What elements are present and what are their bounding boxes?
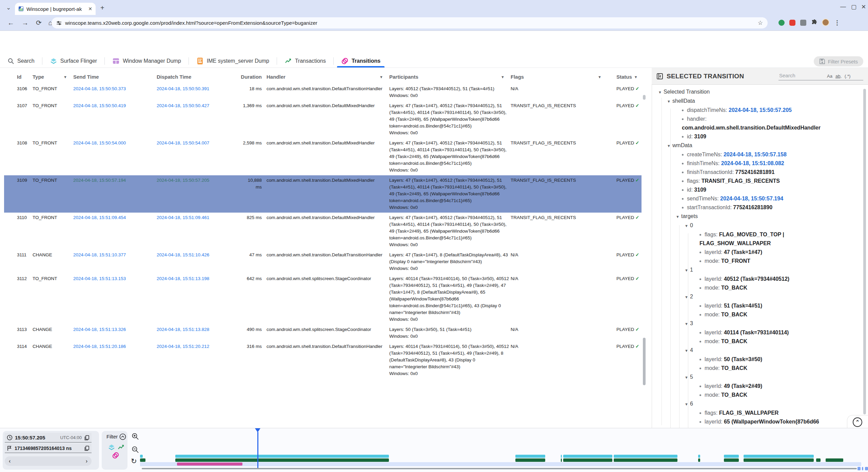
site-settings-icon[interactable]	[56, 20, 62, 26]
tree-prop-layerId[interactable]: layerId: 40114 (Task=7931#40114)	[653, 328, 865, 337]
url-text[interactable]: winscope.teams.x20web.corp.google.com/pr…	[65, 20, 317, 26]
cell-dispatch-time[interactable]: 2024-04-18, 15:51:09.461	[157, 214, 242, 248]
table-row-3107[interactable]: 3107TO_FRONT2024-04-18, 15:50:50.4192024…	[4, 101, 642, 138]
table-row-3110[interactable]: 3110TO_FRONT2024-04-18, 15:51:09.4542024…	[4, 213, 642, 250]
transactions-track-block[interactable]	[140, 458, 145, 462]
cell-dispatch-time[interactable]: 2024-04-18, 15:50:57.205	[157, 177, 242, 211]
filter-collapse-icon[interactable]	[119, 433, 126, 440]
transactions-track-block[interactable]	[698, 458, 700, 462]
extension-gray-icon[interactable]	[800, 20, 806, 26]
filter-transactions-icon[interactable]	[117, 444, 125, 451]
browser-menu-icon[interactable]: ⋮	[834, 19, 840, 26]
cell-dispatch-time[interactable]: 2024-04-18, 15:51:20.212	[157, 343, 242, 377]
tree-prop-mode[interactable]: mode: TO_BACK	[653, 391, 865, 399]
col-header-handler[interactable]: Handler▼	[267, 74, 389, 80]
collapse-arrow-icon[interactable]: ▼	[667, 141, 672, 150]
cell-dispatch-time[interactable]: 2024-04-18, 15:51:13.198	[157, 275, 242, 323]
match-regex-button[interactable]: (.*)	[845, 74, 850, 79]
filter-presets-button[interactable]: Filter Presets	[814, 56, 863, 66]
scroll-to-top-button[interactable]: ⌃	[853, 417, 862, 427]
copy-ns-icon[interactable]	[84, 446, 90, 451]
tab-search[interactable]: Search	[0, 54, 42, 67]
timeline-cursor-line[interactable]	[257, 432, 258, 468]
panel-scrollbar-thumb[interactable]	[863, 89, 866, 414]
collapse-arrow-icon[interactable]: ▼	[685, 319, 690, 328]
collapse-arrow-icon[interactable]: ▼	[685, 266, 690, 275]
collapse-panel-icon[interactable]	[656, 73, 663, 80]
tree-prop-finishTimeNs[interactable]: finishTimeNs: 2024-04-18, 15:51:08.082	[653, 159, 865, 168]
collapse-arrow-icon[interactable]: ▼	[685, 293, 690, 301]
table-scrollbar-thumb[interactable]	[643, 338, 646, 385]
cell-send-time[interactable]: 2024-04-18, 15:51:20.186	[73, 343, 157, 377]
tree-prop-dispatchTimeNs[interactable]: dispatchTimeNs: 2024-04-18, 15:50:57.205	[653, 106, 865, 115]
collapse-arrow-icon[interactable]: ▼	[676, 212, 681, 221]
tree-prop-layerId[interactable]: layerId: 40512 (Task=7934#40512)	[653, 275, 865, 283]
table-scrollbar[interactable]	[643, 95, 646, 100]
current-time-field[interactable]: 15:50:57.205 UTC-04:00	[5, 433, 92, 442]
cell-dispatch-time[interactable]: 2024-04-18, 15:51:13.828	[157, 326, 242, 340]
transactions-track-block[interactable]	[744, 458, 814, 462]
table-row-3109[interactable]: 3109TO_FRONT2024-04-18, 15:50:57.1942024…	[4, 175, 642, 213]
zoom-in-icon[interactable]	[132, 433, 139, 440]
table-row-3113[interactable]: 3113CHANGE2024-04-18, 15:51:13.3262024-0…	[4, 324, 642, 341]
surface-flinger-track-block[interactable]	[515, 455, 545, 458]
tree-prop-mode[interactable]: mode: TO_BACK	[653, 283, 865, 292]
tree-group-5[interactable]: ▼5	[653, 373, 865, 382]
tree-group-6[interactable]: ▼6	[653, 399, 865, 409]
timeline-selection-band[interactable]	[140, 462, 861, 466]
collapse-arrow-icon[interactable]: ▼	[685, 221, 690, 230]
status-filter-icon[interactable]: ▼	[634, 75, 638, 79]
cell-send-time[interactable]: 2024-04-18, 15:50:54.000	[73, 140, 157, 174]
transactions-track-block[interactable]	[724, 458, 739, 462]
extension-green-icon[interactable]	[778, 20, 785, 26]
prev-entry-button[interactable]: ‹	[9, 458, 11, 464]
timeline-scrollbar-thumb[interactable]	[857, 467, 861, 470]
match-case-button[interactable]: Aa	[827, 74, 832, 79]
transactions-track-block[interactable]	[175, 458, 389, 462]
copy-time-icon[interactable]	[84, 435, 90, 440]
url-bar[interactable]: winscope.teams.x20web.corp.google.com/pr…	[52, 17, 768, 28]
tab-transitions[interactable]: Transitions	[334, 54, 388, 67]
cell-dispatch-time[interactable]: 2024-04-18, 15:50:50.391	[157, 85, 242, 99]
extensions-puzzle-icon[interactable]	[811, 19, 818, 26]
cell-send-time[interactable]: 2024-04-18, 15:50:50.373	[73, 85, 157, 99]
table-row-3112[interactable]: 3112TO_FRONT2024-04-18, 15:51:13.1532024…	[4, 274, 642, 324]
tab-surface-flinger[interactable]: Surface Flinger	[42, 54, 105, 67]
table-row-3111[interactable]: 3111CHANGE2024-04-18, 15:51:10.3772024-0…	[4, 250, 642, 274]
collapse-arrow-icon[interactable]: ▼	[685, 346, 690, 355]
transitions-track-block[interactable]	[177, 463, 242, 466]
zoom-reset-icon[interactable]: ↻	[131, 457, 137, 465]
col-header-dispatch-time[interactable]: Dispatch Time	[157, 74, 242, 80]
cell-dispatch-time[interactable]: 2024-04-18, 15:50:50.427	[157, 102, 242, 136]
table-row-3108[interactable]: 3108TO_FRONT2024-04-18, 15:50:54.0002024…	[4, 138, 642, 175]
tree-group-4[interactable]: ▼4	[653, 346, 865, 355]
tab-window-manager-dump[interactable]: Window Manager Dump	[105, 54, 189, 67]
timeline-scrollbar-thumb[interactable]	[862, 467, 863, 470]
surface-flinger-track-block[interactable]	[614, 455, 677, 458]
col-header-send-time[interactable]: Send Time	[73, 74, 157, 80]
cell-send-time[interactable]: 2024-04-18, 15:51:13.326	[73, 326, 157, 340]
transactions-track-block[interactable]	[563, 458, 612, 462]
profile-avatar[interactable]	[822, 19, 829, 26]
current-ns-field[interactable]: 1713469857205164013 ns	[5, 444, 92, 453]
tree-group-targets[interactable]: ▼targets	[653, 212, 865, 221]
cell-dispatch-time[interactable]: 2024-04-18, 15:50:54.007	[157, 140, 242, 174]
collapse-arrow-icon[interactable]: ▼	[667, 97, 672, 106]
tab-ime-system-server-dump[interactable]: IME system_server Dump	[189, 54, 277, 67]
surface-flinger-track-block[interactable]	[140, 455, 143, 458]
tree-prop-id[interactable]: id: 3109	[653, 185, 865, 194]
surface-flinger-track-block[interactable]	[175, 455, 389, 458]
browser-tab[interactable]: Winscope | bugreport-ak ✕	[15, 3, 96, 15]
surface-flinger-track-block[interactable]	[724, 455, 739, 458]
tree-prop-mode[interactable]: mode: TO_FRONT	[653, 257, 865, 266]
col-header-flags[interactable]: Flags▼	[511, 74, 608, 80]
surface-flinger-track-block[interactable]	[561, 455, 562, 458]
surface-flinger-track-block[interactable]	[744, 455, 814, 458]
tree-prop-mode[interactable]: mode: TO_BACK	[653, 310, 865, 319]
bookmark-star-icon[interactable]: ☆	[758, 19, 763, 26]
panel-search-input[interactable]	[778, 72, 824, 79]
handler-filter-icon[interactable]: ▼	[379, 75, 383, 79]
prop-value[interactable]: 2024-04-18, 15:50:57.194	[720, 196, 783, 201]
collapse-arrow-icon[interactable]: ▼	[658, 88, 664, 97]
cell-send-time[interactable]: 2024-04-18, 15:50:50.419	[73, 102, 157, 136]
